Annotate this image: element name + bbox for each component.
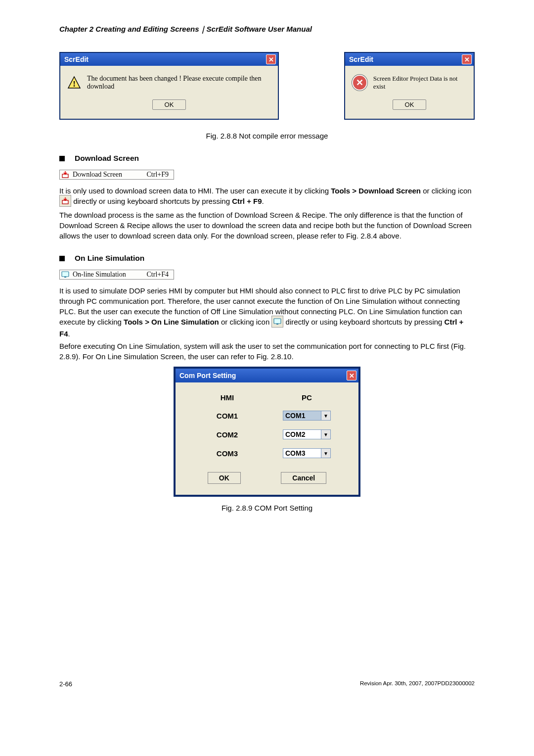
dialog-project-missing: ScrEdit ✕ ✕ Screen Editor Project Data i… [344,52,475,120]
revision-text: Revision Apr. 30th, 2007, 2007PDD2300000… [360,680,475,688]
com-port-setting-dialog: Com Port Setting ✕ HMI PC COM1 COM1 ▼ CO… [174,367,360,497]
close-icon[interactable]: ✕ [266,54,276,64]
menu-item-download-screen[interactable]: Download Screen Ctrl+F9 [59,170,174,180]
hmi-com-label: COM1 [217,412,238,420]
menu-item-shortcut: Ctrl+F9 [147,171,174,179]
ok-button[interactable]: OK [208,472,241,484]
hmi-com-label: COM2 [217,430,238,439]
dialog-title: Com Port Setting [179,372,236,379]
select-value: COM2 [283,430,321,439]
ok-button[interactable]: OK [393,99,427,110]
section-title: Download Screen [75,154,139,163]
svg-rect-5 [64,277,66,278]
chevron-down-icon[interactable]: ▼ [321,430,330,439]
hmi-com-label: COM3 [217,449,238,458]
svg-rect-7 [276,324,278,325]
page-header: Chapter 2 Creating and Editing Screens｜S… [59,25,475,34]
close-icon[interactable]: ✕ [462,54,472,64]
pc-com2-select[interactable]: COM2 ▼ [283,429,331,439]
monitor-icon [271,316,283,328]
select-value: COM3 [283,449,321,458]
close-icon[interactable]: ✕ [347,371,356,380]
menu-item-shortcut: Ctrl+F4 [147,271,174,279]
download-icon [60,171,71,179]
column-header-pc: PC [302,393,312,402]
menu-item-online-sim[interactable]: On-line Simulation Ctrl+F4 [59,270,174,280]
dialog-title: ScrEdit [349,55,373,63]
pc-com1-select[interactable]: COM1 ▼ [283,411,331,421]
text-bold: Tools > Download Screen [331,187,421,195]
dialog-title: ScrEdit [64,55,89,63]
section-heading-download: Download Screen [59,154,475,163]
text: . [68,330,70,338]
figure-caption-288: Fig. 2.8.8 Not compile error message [59,132,475,140]
text: directly or using keyboard shortcuts by … [71,197,232,205]
dialog-titlebar: ScrEdit ✕ [345,53,474,66]
download-icon [59,195,71,207]
chevron-down-icon[interactable]: ▼ [321,449,330,458]
bullet-icon [59,156,65,161]
paragraph: Before executing On Line Simulation, sys… [59,341,475,362]
text: or clicking icon [219,318,272,326]
chevron-down-icon[interactable]: ▼ [321,411,330,420]
bullet-icon [59,256,65,261]
dialog-message: The document has been changed ! Please e… [87,75,271,91]
page-number: 2-66 [59,680,72,688]
figure-caption-289: Fig. 2.8.9 COM Port Setting [59,504,475,512]
pc-com3-select[interactable]: COM3 ▼ [283,448,331,458]
select-value: COM1 [283,411,321,420]
ok-button[interactable]: OK [152,99,186,110]
text: . [262,197,264,205]
dialog-compile-warning: ScrEdit ✕ ! The document has been change… [59,52,279,120]
section-title: On Line Simulation [75,254,144,263]
paragraph: The download process is the same as the … [59,210,475,241]
svg-rect-6 [274,319,281,324]
menu-item-label: Download Screen [71,171,147,179]
dialog-message: Screen Editor Project Data is not exist [373,75,467,91]
text-bold: Ctrl + F9 [232,197,262,205]
page-footer: 2-66 Revision Apr. 30th, 2007, 2007PDD23… [59,680,475,688]
svg-text:!: ! [73,79,76,89]
cancel-button[interactable]: Cancel [281,472,326,484]
text: directly or using keyboard shortcuts by … [283,318,444,326]
dialog-titlebar: ScrEdit ✕ [60,53,278,66]
warning-icon: ! [67,76,81,90]
text-bold: Tools > On Line Simulation [124,318,219,326]
dialog-figures-row: ScrEdit ✕ ! The document has been change… [59,52,475,120]
text: or clicking icon [421,187,472,195]
paragraph: It is only used to download screen data … [59,186,475,208]
paragraph: It is used to simulate DOP series HMI by… [59,285,475,339]
section-heading-online-sim: On Line Simulation [59,254,475,263]
column-header-hmi: HMI [221,393,234,402]
menu-item-label: On-line Simulation [71,271,147,279]
dialog-titlebar: Com Port Setting ✕ [176,369,358,382]
error-icon: ✕ [352,75,367,91]
text: It is only used to download screen data … [59,187,331,195]
svg-rect-4 [62,272,69,277]
monitor-icon [60,271,71,278]
